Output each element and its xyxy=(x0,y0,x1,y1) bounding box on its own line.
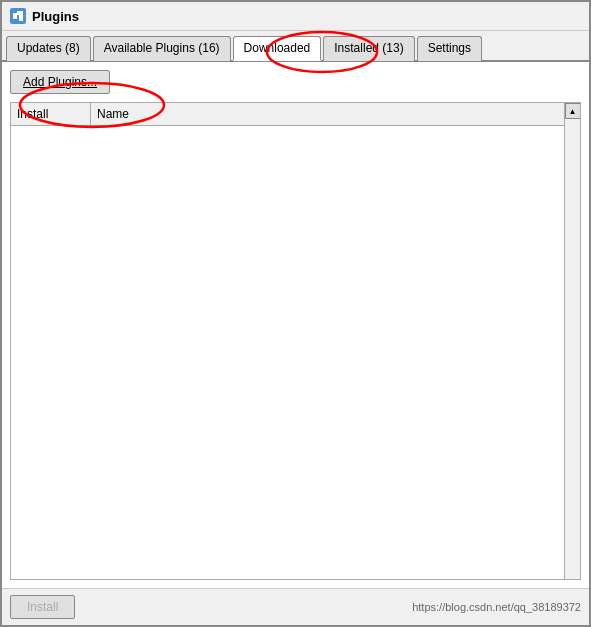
plugins-table: Install Name ▲ xyxy=(10,102,581,580)
content-area: Add Plugins... Install Name ▲ xyxy=(2,62,589,588)
add-plugins-button[interactable]: Add Plugins... xyxy=(10,70,110,94)
column-install-header: Install xyxy=(11,103,91,125)
plugins-window: Plugins Updates (8) Available Plugins (1… xyxy=(0,0,591,627)
tab-settings[interactable]: Settings xyxy=(417,36,482,61)
url-label: https://blog.csdn.net/qq_38189372 xyxy=(412,601,581,613)
title-bar: Plugins xyxy=(2,2,589,31)
scroll-up-arrow[interactable]: ▲ xyxy=(565,103,581,119)
install-button[interactable]: Install xyxy=(10,595,75,619)
svg-rect-2 xyxy=(19,15,23,21)
tab-available[interactable]: Available Plugins (16) xyxy=(93,36,231,61)
svg-rect-0 xyxy=(13,13,17,19)
tab-installed[interactable]: Installed (13) xyxy=(323,36,414,61)
table-header: Install Name xyxy=(11,103,580,126)
window-title: Plugins xyxy=(32,9,79,24)
tabs-bar: Updates (8) Available Plugins (16) Downl… xyxy=(2,31,589,62)
svg-rect-1 xyxy=(17,11,23,15)
bottom-bar: Install https://blog.csdn.net/qq_3818937… xyxy=(2,588,589,625)
column-name-header: Name xyxy=(91,103,580,125)
tab-updates[interactable]: Updates (8) xyxy=(6,36,91,61)
scrollbar[interactable]: ▲ xyxy=(564,103,580,579)
table-body xyxy=(11,126,580,579)
tab-downloaded[interactable]: Downloaded xyxy=(233,36,322,61)
plugin-icon xyxy=(10,8,26,24)
